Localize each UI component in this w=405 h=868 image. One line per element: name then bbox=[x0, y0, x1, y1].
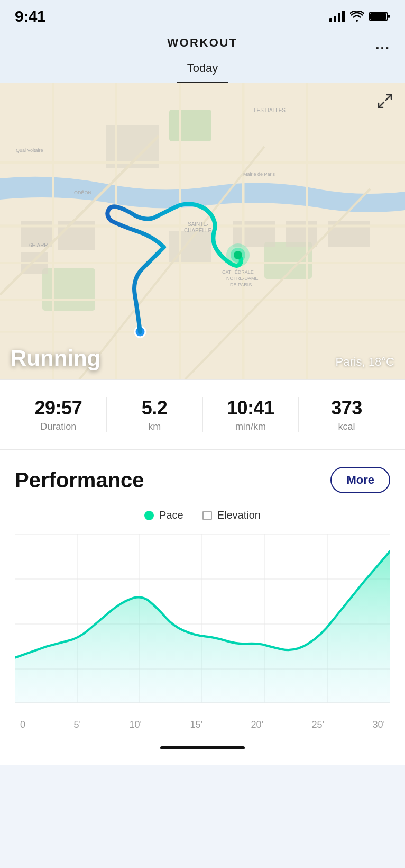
duration-value: 29:57 bbox=[11, 397, 106, 419]
map-location: Paris, 18°C bbox=[335, 355, 394, 369]
x-label-15: 15' bbox=[190, 719, 202, 730]
tab-today[interactable]: Today bbox=[177, 58, 229, 83]
pace-chart: 0 5' 10' 15' 20' 25' 30' bbox=[15, 534, 390, 730]
distance-value: 5.2 bbox=[107, 397, 202, 419]
svg-text:LES HALLES: LES HALLES bbox=[254, 107, 286, 113]
x-label-25: 25' bbox=[312, 719, 324, 730]
header: WORKOUT ... bbox=[0, 31, 405, 58]
legend-pace: Pace bbox=[144, 509, 183, 521]
svg-text:CATHÉDRALE: CATHÉDRALE bbox=[222, 269, 254, 275]
stat-kcal: 373 kcal bbox=[298, 397, 394, 432]
stat-duration: 29:57 Duration bbox=[11, 397, 106, 432]
pace-label: min/km bbox=[203, 421, 299, 432]
elevation-dot bbox=[202, 511, 212, 520]
wifi-icon bbox=[350, 11, 364, 22]
elevation-label: Elevation bbox=[217, 509, 261, 521]
activity-name: Running bbox=[11, 346, 100, 371]
legend-elevation: Elevation bbox=[202, 509, 261, 521]
svg-rect-5 bbox=[42, 268, 95, 311]
stats-row: 29:57 Duration 5.2 km 10:41 min/km 373 k… bbox=[0, 379, 405, 450]
status-icons bbox=[329, 11, 390, 22]
performance-section: Performance More Pace Elevation bbox=[0, 450, 405, 736]
chart-x-labels: 0 5' 10' 15' 20' 25' 30' bbox=[15, 716, 390, 730]
x-label-30: 30' bbox=[373, 719, 385, 730]
duration-label: Duration bbox=[11, 421, 106, 432]
x-label-5: 5' bbox=[74, 719, 81, 730]
svg-line-47 bbox=[379, 102, 384, 107]
svg-rect-4 bbox=[169, 110, 211, 141]
chart-svg bbox=[15, 534, 390, 714]
page-title: WORKOUT bbox=[167, 36, 238, 50]
svg-text:ODÉON: ODÉON bbox=[74, 190, 91, 195]
expand-button[interactable] bbox=[375, 92, 394, 113]
x-label-0: 0 bbox=[20, 719, 25, 730]
svg-line-46 bbox=[386, 95, 391, 100]
svg-text:6E ARR.: 6E ARR. bbox=[29, 242, 49, 248]
home-indicator bbox=[160, 746, 245, 749]
distance-label: km bbox=[107, 421, 202, 432]
stat-distance: 5.2 km bbox=[106, 397, 202, 432]
more-button[interactable]: More bbox=[330, 467, 390, 493]
svg-point-41 bbox=[234, 251, 242, 259]
status-time: 9:41 bbox=[15, 7, 45, 25]
svg-text:CHAPELLE: CHAPELLE bbox=[184, 228, 212, 233]
performance-header: Performance More bbox=[15, 467, 390, 493]
svg-rect-1 bbox=[388, 15, 390, 18]
chart-legend: Pace Elevation bbox=[15, 509, 390, 521]
map-background: 6E ARR. ODÉON CATHÉDRALE NOTRE-DAME DE P… bbox=[0, 83, 405, 379]
svg-rect-2 bbox=[370, 13, 386, 20]
svg-text:DE PARIS: DE PARIS bbox=[230, 282, 252, 287]
kcal-label: kcal bbox=[299, 421, 394, 432]
performance-title: Performance bbox=[15, 468, 144, 492]
tab-bar: Today bbox=[0, 58, 405, 83]
svg-text:NOTRE-DAME: NOTRE-DAME bbox=[226, 276, 259, 281]
svg-text:SAINTE-: SAINTE- bbox=[188, 221, 208, 227]
status-bar: 9:41 bbox=[0, 0, 405, 31]
pace-label: Pace bbox=[159, 509, 183, 521]
map-activity-label: Running bbox=[11, 346, 100, 371]
x-label-20: 20' bbox=[251, 719, 263, 730]
battery-icon bbox=[369, 11, 390, 22]
signal-icon bbox=[329, 11, 345, 22]
kcal-value: 373 bbox=[299, 397, 394, 419]
pace-dot bbox=[144, 511, 154, 520]
pace-value: 10:41 bbox=[203, 397, 299, 419]
map-container: 6E ARR. ODÉON CATHÉDRALE NOTRE-DAME DE P… bbox=[0, 83, 405, 379]
svg-text:Quai Voltaire: Quai Voltaire bbox=[16, 148, 43, 153]
x-label-10: 10' bbox=[130, 719, 142, 730]
home-indicator-bar bbox=[0, 736, 405, 765]
expand-icon bbox=[375, 92, 394, 111]
svg-text:Mairie de Paris: Mairie de Paris bbox=[243, 171, 275, 177]
stat-pace: 10:41 min/km bbox=[202, 397, 299, 432]
menu-button[interactable]: ... bbox=[375, 37, 390, 53]
